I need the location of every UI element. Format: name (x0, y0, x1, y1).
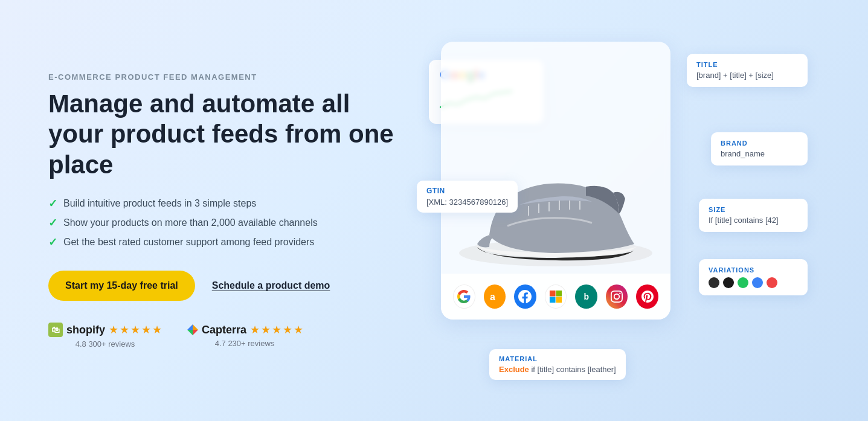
svg-marker-3 (193, 330, 198, 335)
capterra-stars: ★ ★ ★ ★ ★ (250, 323, 303, 336)
feature-item-3: ✓ Get the best rated customer support am… (48, 236, 411, 249)
gtin-label: GTIN (426, 187, 508, 195)
variations-tag-label: VARIATIONS (709, 266, 798, 274)
feature-text-2: Show your products on more than 2,000 av… (63, 217, 318, 228)
checkmark-icon-2: ✓ (48, 216, 57, 230)
svg-marker-2 (187, 330, 193, 335)
capterra-review-sub: 4.7 230+ reviews (215, 339, 275, 348)
star-5: ★ (152, 323, 162, 336)
checkmark-icon-1: ✓ (48, 197, 57, 210)
title-tag-label: TITLE (696, 61, 798, 68)
checkmark-icon-3: ✓ (48, 236, 57, 249)
shopify-name: shopify (66, 324, 105, 336)
shopify-header: 🛍 shopify ★ ★ ★ ★ ★ (48, 323, 162, 337)
shopify-icon: 🛍 (48, 323, 63, 337)
brand-tag-value: brand_name (721, 149, 798, 158)
color-dot-2 (723, 277, 734, 288)
capterra-icon (186, 323, 199, 336)
star-3: ★ (130, 323, 140, 336)
size-card: SIZE If [title] contains [42] (699, 199, 808, 232)
gtin-value: [XML: 3234567890126] (426, 198, 508, 207)
svg-marker-0 (187, 324, 193, 330)
exclude-text: Exclude (499, 365, 529, 374)
cstar-2: ★ (261, 323, 271, 336)
star-2: ★ (120, 323, 129, 336)
star-4: ★ (141, 323, 151, 336)
star-1: ★ (109, 323, 118, 336)
brand-tag-label: BRAND (721, 140, 798, 147)
shopify-review-sub: 4.8 300+ reviews (76, 339, 135, 349)
features-list: ✓ Build intuitive product feeds in 3 sim… (48, 197, 411, 249)
reviews-row: 🛍 shopify ★ ★ ★ ★ ★ 4.8 300+ reviews (48, 323, 411, 349)
material-tag-value: Exclude if [title] contains [leather] (499, 365, 616, 374)
size-tag-label: SIZE (709, 206, 798, 213)
color-dot-5 (767, 277, 777, 288)
capterra-name: Capterra (202, 324, 246, 336)
title-card: TITLE [brand] + [title] + [size] (687, 54, 808, 87)
shopify-logo: shopify (66, 324, 105, 336)
variations-card: VARIATIONS (699, 259, 808, 295)
left-section: E-COMMERCE PRODUCT FEED MANAGEMENT Manag… (48, 72, 411, 349)
cstar-3: ★ (272, 323, 281, 336)
cstar-1: ★ (250, 323, 260, 336)
feature-item-1: ✓ Build intuitive product feeds in 3 sim… (48, 197, 411, 210)
capterra-header: Capterra ★ ★ ★ ★ ★ (186, 323, 303, 336)
cstar-5: ★ (294, 323, 303, 336)
color-dots-row (709, 277, 798, 288)
title-tag-value: [brand] + [title] + [size] (696, 71, 798, 80)
eyebrow-text: E-COMMERCE PRODUCT FEED MANAGEMENT (48, 72, 411, 82)
feature-item-2: ✓ Show your products on more than 2,000 … (48, 216, 411, 230)
demo-button[interactable]: Schedule a product demo (212, 280, 330, 291)
cstar-4: ★ (283, 323, 292, 336)
shopify-review: 🛍 shopify ★ ★ ★ ★ ★ 4.8 300+ reviews (48, 323, 162, 349)
headline-text: Manage and automate all your product fee… (48, 89, 411, 180)
feature-text-3: Get the best rated customer support amon… (63, 237, 314, 248)
page-container: E-COMMERCE PRODUCT FEED MANAGEMENT Manag… (0, 0, 868, 421)
material-tag-label: MATERIAL (499, 355, 616, 362)
capterra-logo: Capterra (186, 323, 246, 336)
right-section: Google (411, 24, 820, 398)
gtin-card: GTIN [XML: 3234567890126] (417, 181, 518, 213)
size-tag-value: If [title] contains [42] (709, 216, 798, 225)
brand-card: BRAND brand_name (711, 132, 808, 166)
feature-text-1: Build intuitive product feeds in 3 simpl… (63, 198, 256, 209)
trial-button[interactable]: Start my 15-day free trial (48, 271, 195, 301)
svg-marker-1 (193, 324, 198, 330)
color-dot-3 (738, 277, 748, 288)
material-card: MATERIAL Exclude if [title] contains [le… (489, 349, 626, 380)
capterra-review: Capterra ★ ★ ★ ★ ★ 4.7 230+ reviews (186, 323, 303, 348)
cta-row: Start my 15-day free trial Schedule a pr… (48, 271, 411, 301)
color-dot-4 (752, 277, 763, 288)
shopify-stars: ★ ★ ★ ★ ★ (109, 323, 162, 336)
color-dot-1 (709, 277, 719, 288)
